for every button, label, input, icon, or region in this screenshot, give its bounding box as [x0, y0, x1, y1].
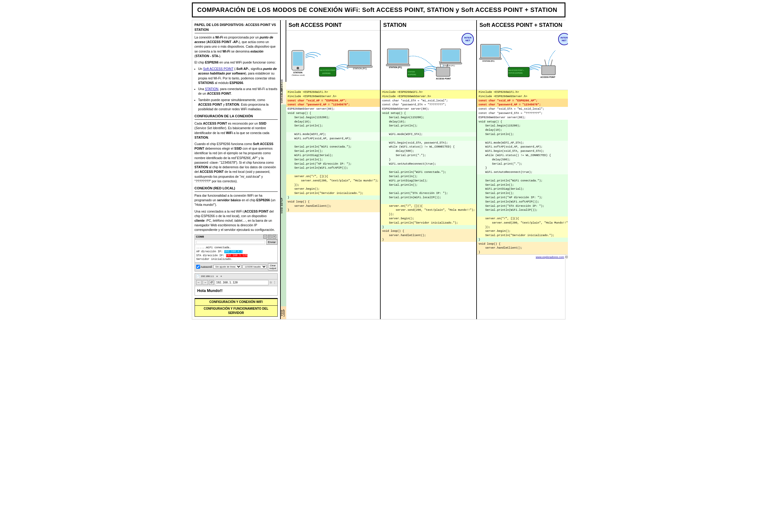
forward-btn[interactable]: →	[202, 280, 208, 285]
void-loop-label: VOID LOOP	[281, 306, 286, 319]
reload-btn[interactable]: ↺	[209, 280, 214, 285]
col2-loop-2: server.handleClient();	[380, 233, 476, 238]
menu-icon[interactable]: ⋮	[273, 281, 276, 285]
col2-loop-1: void loop() {	[380, 229, 476, 233]
col3-server-line: ESP8266WebServer server(80);	[477, 115, 568, 120]
back-btn[interactable]: ←	[196, 280, 202, 285]
col1-header: Soft ACCESS POINT	[286, 20, 380, 31]
col2-setup: void setup() { Serial.begin(115200); del…	[380, 111, 476, 229]
terminal-line3: STA dirección IP: 192.168.1.125	[197, 254, 276, 258]
col1-setup-7: WiFi.softAP(ssid_AP, password_AP);	[286, 136, 380, 141]
col1-setup-10: Serial.println();	[286, 149, 380, 153]
col2-setup-5	[380, 128, 476, 132]
col3-loop-1: void loop() {	[477, 242, 568, 246]
browser-box: 📄 192.168.1.1 × + ← → ↺ 192.168.1.120 ☆ …	[195, 273, 278, 296]
left-panel: PAPEL DE LOS DISPOSITIVOS: ACCESS POINT …	[192, 20, 281, 319]
serial-input[interactable]	[196, 241, 265, 244]
col2-includes: #include <ESP8266WiFi.h> #include <ESP82…	[380, 90, 476, 99]
terminal-title: COM8	[196, 235, 204, 239]
col1-loop-1: void loop() {	[286, 200, 380, 204]
ip1-value: 192.168.4.1	[224, 250, 242, 253]
clear-output-btn[interactable]: Clear output	[268, 263, 278, 271]
col3-diagram: INTERNET STATION (PC) Soft ACCESS POINT …	[477, 31, 568, 90]
svg-rect-21	[386, 64, 410, 66]
soft-ap-link[interactable]: Soft ACCESS POINT	[203, 67, 233, 71]
new-tab-icon[interactable]: +	[220, 274, 222, 279]
col3-setup-16: Serial.println();	[477, 183, 568, 187]
svg-rect-20	[389, 50, 408, 63]
maximize-btn[interactable]: □	[268, 235, 272, 239]
svg-text:Soft ACCESS POINT: Soft ACCESS POINT	[319, 69, 336, 71]
col3-setup-9: while (WiFi.status() != WL_CONNECTED) {	[477, 153, 568, 158]
config-p2: Cuando el chip ESP8266 funciona como Sof…	[195, 142, 278, 184]
autoscroll-checkbox[interactable]	[196, 265, 200, 269]
col1-setup: void setup() { Serial.begin(115200); del…	[286, 111, 380, 200]
svg-line-36	[551, 60, 552, 66]
col-station: STATION INTERNET STATION (ESP8266)	[380, 20, 477, 319]
conn-p1: Para dar funcionalidad a la conexión WiF…	[195, 193, 278, 207]
autoscroll-label[interactable]: Autoscroll	[196, 265, 212, 269]
svg-text:STATION: STATION	[408, 71, 415, 73]
svg-rect-5	[319, 67, 336, 76]
col2-loop-3: }	[380, 238, 476, 242]
col1-setup-1: void setup() {	[286, 111, 380, 115]
svg-text:STATION (PC): STATION (PC)	[353, 68, 367, 70]
col3-include1: #include <ESP8266WiFi.h>	[477, 90, 568, 94]
svg-text:STATION  (PC): STATION (PC)	[443, 65, 455, 67]
col2-vars: const char *ssid_STA = "mi_ssid_local"; …	[380, 99, 476, 107]
col3-setup-19: Serial.print("AP dirección IP: ");	[477, 195, 568, 200]
minimize-btn[interactable]: –	[263, 235, 267, 239]
col3-setup-1: void setup() {	[477, 120, 568, 124]
col2-setup-24: });	[380, 212, 476, 217]
col2-setup-1: void setup() {	[380, 111, 476, 115]
favicon-icon: 📄	[196, 274, 200, 279]
svg-text:(ESP8266): (ESP8266)	[322, 73, 331, 74]
send-button[interactable]: Enviar	[266, 239, 277, 245]
col3-setup-21: Serial.print("STA dirección IP: ");	[477, 204, 568, 208]
close-btn[interactable]: ×	[272, 235, 276, 239]
col2-loop: void loop() { server.handleClient(); }	[380, 229, 476, 242]
col2-setup-22: server.on("/", [](){	[380, 204, 476, 208]
col3-setup-3: delay(10);	[477, 128, 568, 132]
svg-text:ACCESS POINT: ACCESS POINT	[540, 76, 555, 78]
col1-var1: const char *ssid_AP = "ESP8266_AP";	[286, 99, 380, 103]
col1-loop: void loop() { server.handleClient(); }	[286, 200, 380, 212]
website-link[interactable]: www.esploradores.com	[536, 255, 564, 259]
main-title: COMPARACIÓN DE LOS MODOS DE CONEXIÓN WiF…	[192, 2, 565, 17]
col1-setup-16: server.on("/", [](){	[286, 174, 380, 179]
terminal-controls[interactable]: – □ ×	[263, 235, 276, 239]
browser-url-bar[interactable]: 192.168.1.120	[215, 280, 268, 285]
svg-text:ACCESS POINT: ACCESS POINT	[436, 77, 451, 80]
intro-p1: La conexión a Wi-Fi es proporcionada por…	[195, 35, 278, 58]
ip2-value: 192.168.1.125	[226, 254, 248, 257]
col3-setup-26: });	[477, 225, 568, 229]
svg-text:Soft ACCESS POINT +: Soft ACCESS POINT +	[508, 69, 524, 71]
station-link[interactable]: STATION	[205, 87, 218, 91]
col2-server: ESP8266WebServer server(80);	[380, 107, 476, 111]
browser-close-icon[interactable]: ×	[216, 274, 218, 279]
baud-rate-select[interactable]: 115200 baudio	[243, 265, 267, 269]
col2-setup-14: Serial.println("WiFi conectada.");	[380, 170, 476, 174]
col1-svg: STATION (Teléfono móvil) Soft ACCESS POI…	[287, 32, 379, 89]
col3-setup-12: }	[477, 166, 568, 170]
svg-text:STATION (PC): STATION (PC)	[482, 60, 494, 62]
col3-loop: void loop() { server.handleClient(); }	[477, 242, 568, 254]
col3-var2: const char *password_AP = "12345678";	[477, 103, 568, 107]
col1-setup-20: Serial.println("Servidor inicializado.")…	[286, 191, 380, 195]
bookmark-icon[interactable]: ☆	[269, 281, 272, 285]
col3-setup-5	[477, 136, 568, 141]
line-ending-select[interactable]: Sin ajuste de línea	[213, 265, 241, 269]
col1-setup-11: WiFi.printDiag(Serial);	[286, 153, 380, 158]
svg-text:STATION (ESP8266): STATION (ESP8266)	[508, 72, 523, 74]
col2-setup-27: }	[380, 225, 476, 229]
svg-text:(ESP8266): (ESP8266)	[408, 74, 416, 75]
col2-setup-19: Serial.print("STA dirección IP: ");	[380, 191, 476, 195]
section1-title: PAPEL DE LOS DISPOSITIVOS: ACCESS POINT …	[195, 23, 278, 33]
col3-setup-17: WiFi.printDiag(Serial);	[477, 187, 568, 191]
col3-setup-14	[477, 174, 568, 179]
section2-title: CONFIGURACIÓN DE LA CONEXIÓN	[195, 114, 278, 120]
svg-text:STATION (PC): STATION (PC)	[389, 66, 402, 69]
col3-setup-23	[477, 212, 568, 217]
col1-diagram: STATION (Teléfono móvil) Soft ACCESS POI…	[286, 31, 380, 90]
svg-rect-12	[407, 69, 424, 77]
